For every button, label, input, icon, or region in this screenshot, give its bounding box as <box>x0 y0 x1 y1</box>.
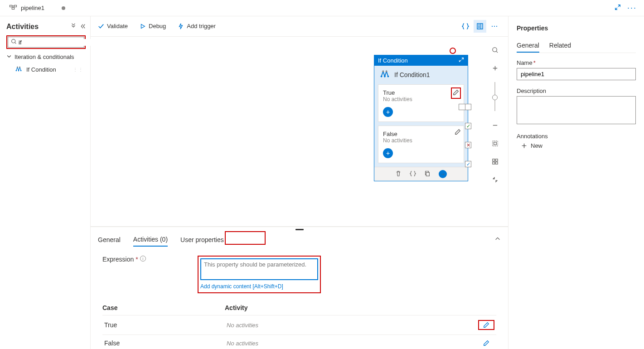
description-input[interactable] <box>517 96 636 124</box>
pipeline-tab[interactable]: pipeline1 <box>5 0 70 15</box>
search-input[interactable] <box>19 39 95 46</box>
svg-rect-0 <box>10 5 12 7</box>
dep-toggle-1[interactable] <box>465 104 471 110</box>
annotations-label: Annotations <box>517 133 548 140</box>
toolbar: Validate Debug Add trigger ··· <box>91 16 508 36</box>
zoom-in-button[interactable] <box>489 62 501 74</box>
zoom-thumb[interactable] <box>492 95 498 100</box>
resize-grip[interactable] <box>91 227 508 230</box>
fit-button[interactable] <box>489 137 501 149</box>
search-icon <box>11 39 17 46</box>
add-dynamic-content-link[interactable]: Add dynamic content [Alt+Shift+D] <box>200 283 318 290</box>
svg-point-4 <box>16 70 17 72</box>
svg-point-8 <box>19 67 20 68</box>
true-case-label: True <box>383 89 459 96</box>
svg-point-14 <box>386 71 387 73</box>
expression-highlight: Add dynamic content [Alt+Shift+D] <box>198 256 321 293</box>
svg-rect-17 <box>492 141 497 145</box>
svg-rect-19 <box>492 159 494 161</box>
edit-false-case-button[interactable] <box>478 340 494 346</box>
layout-button[interactable] <box>489 155 501 167</box>
canvas-search-button[interactable] <box>489 44 501 56</box>
name-input[interactable] <box>517 68 636 80</box>
case-row-true: True No activities <box>102 315 496 335</box>
svg-rect-2 <box>12 8 14 10</box>
copy-node-icon[interactable] <box>424 170 431 178</box>
collapse-bottom-icon[interactable] <box>494 236 501 244</box>
node-header-title: If Condition <box>378 57 408 64</box>
minimize-button[interactable] <box>489 174 501 185</box>
tab-activities[interactable]: Activities (0) <box>133 233 168 247</box>
false-add-button[interactable]: + <box>383 148 393 158</box>
if-node-icon <box>379 69 391 80</box>
more-icon[interactable]: ··· <box>627 3 637 13</box>
dep-toggle-failure[interactable]: ✕ <box>465 142 471 148</box>
case-row-false: False No activities <box>102 335 496 349</box>
activities-panel: Activities Iteration & cond <box>0 16 91 349</box>
false-case-box: False No activities + <box>378 126 464 163</box>
false-case-label: False <box>383 131 459 137</box>
edit-true-case-button[interactable] <box>478 320 494 330</box>
info-icon[interactable]: i <box>140 256 146 262</box>
svg-point-12 <box>387 76 389 78</box>
activity-label: If Condition <box>26 66 56 73</box>
activity-if-condition[interactable]: If Condition ⋮⋮ <box>6 63 86 76</box>
name-label: Name <box>517 59 533 66</box>
true-add-button[interactable]: + <box>383 107 393 117</box>
if-condition-node[interactable]: If Condition If Condition1 True No activ… <box>374 55 468 181</box>
delete-node-icon[interactable] <box>395 170 402 178</box>
zoom-slider[interactable] <box>494 82 495 111</box>
search-highlight <box>6 35 86 49</box>
category-iteration[interactable]: Iteration & conditionals <box>6 53 86 60</box>
validate-button[interactable]: Validate <box>98 23 128 29</box>
node-title: If Condition1 <box>394 71 430 78</box>
canvas[interactable]: If Condition If Condition1 True No activ… <box>91 36 508 227</box>
svg-point-3 <box>12 39 15 43</box>
expand-icon[interactable] <box>615 4 621 12</box>
true-case-sub: No activities <box>383 96 459 102</box>
collapse-panel-icon[interactable] <box>79 23 86 31</box>
false-edit-button[interactable] <box>455 129 461 136</box>
true-edit-button[interactable] <box>451 87 461 99</box>
svg-point-7 <box>17 67 18 68</box>
tab-user-properties[interactable]: User properties <box>180 233 224 246</box>
required-indicator: * <box>136 256 138 263</box>
add-trigger-button[interactable]: Add trigger <box>178 23 216 29</box>
more-toolbar-icon[interactable]: ··· <box>488 20 501 33</box>
props-tab-related[interactable]: Related <box>549 39 571 53</box>
svg-point-5 <box>18 70 19 72</box>
modified-indicator <box>62 6 65 10</box>
node-expand-icon[interactable] <box>459 57 464 64</box>
pipeline-tab-title: pipeline1 <box>21 5 44 11</box>
svg-rect-1 <box>14 5 16 7</box>
selection-handle <box>450 48 456 54</box>
pipeline-icon <box>9 3 17 13</box>
svg-rect-22 <box>495 162 498 164</box>
if-condition-icon <box>15 66 23 73</box>
expand-all-icon[interactable] <box>70 23 77 31</box>
drag-handle-icon: ⋮⋮ <box>73 67 84 72</box>
svg-point-13 <box>382 71 384 73</box>
continue-icon[interactable]: → <box>439 170 447 178</box>
description-label: Description <box>517 87 546 94</box>
toggle-1-half <box>459 104 465 110</box>
svg-rect-18 <box>494 142 496 145</box>
svg-rect-20 <box>495 159 498 161</box>
expression-input[interactable] <box>200 258 318 280</box>
properties-toggle-button[interactable] <box>474 20 486 33</box>
add-annotation-button[interactable]: New <box>521 142 636 149</box>
case-column-header: Case <box>102 304 225 311</box>
dep-toggle-completion[interactable]: ✓ <box>465 161 471 167</box>
node-json-icon[interactable] <box>410 170 416 178</box>
zoom-out-button[interactable] <box>489 119 501 131</box>
props-tab-general[interactable]: General <box>517 39 539 53</box>
chevron-down-icon <box>6 53 12 60</box>
json-view-button[interactable] <box>459 20 472 33</box>
false-case-sub: No activities <box>383 137 459 144</box>
dep-toggle-success[interactable]: ✓ <box>465 123 471 129</box>
debug-button[interactable]: Debug <box>140 23 166 29</box>
true-case-box: True No activities + <box>378 84 464 122</box>
tab-general[interactable]: General <box>98 233 121 246</box>
svg-point-10 <box>381 76 383 78</box>
properties-title: Properties <box>517 24 636 32</box>
